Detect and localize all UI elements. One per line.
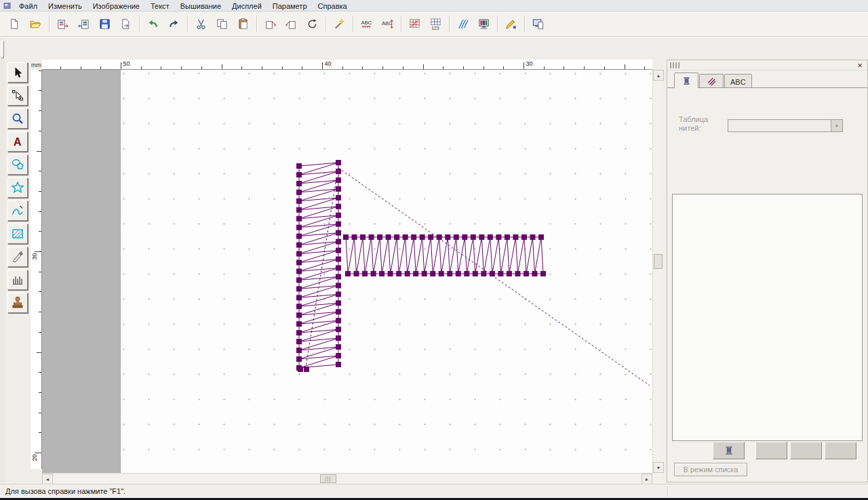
status-text: Для вызова справки нажмите "F1".	[5, 487, 125, 495]
letter-spacing-button[interactable]: ABC	[356, 14, 377, 33]
stitch-edit-button[interactable]	[500, 14, 521, 33]
toolbar-grip[interactable]	[1, 41, 4, 58]
display-colors-button[interactable]	[473, 14, 494, 33]
grid-button[interactable]	[404, 14, 425, 33]
toolbar-separator	[49, 16, 50, 32]
vertical-scroll-thumb[interactable]	[654, 254, 663, 269]
horizontal-ruler: 504030	[42, 60, 652, 70]
embroidery-design[interactable]	[42, 70, 652, 473]
toolbar-separator	[401, 16, 401, 32]
export-card-button[interactable]	[73, 14, 94, 33]
card-read-icon	[56, 18, 69, 30]
application-window: ФайлИзменитьИзображениеТекстВышиваниеДис…	[0, 0, 868, 500]
zoom-icon	[11, 112, 24, 125]
new-icon	[8, 18, 21, 30]
star-icon	[11, 181, 24, 194]
scroll-left-button[interactable]: ◄	[42, 474, 53, 484]
spool-icon	[682, 76, 692, 86]
undo-button[interactable]	[142, 14, 163, 33]
panel-button-3[interactable]	[790, 442, 822, 459]
menu-item-file[interactable]: Файл	[14, 1, 43, 11]
menu-item-parameter[interactable]: Параметр	[267, 1, 313, 11]
select-tool[interactable]	[7, 62, 28, 83]
panel-grip-icon[interactable]	[670, 62, 679, 68]
knife-icon	[11, 250, 24, 264]
menu-items: ФайлИзменитьИзображениеТекстВышиваниеДис…	[14, 1, 353, 11]
text-tool[interactable]: A	[7, 131, 28, 152]
panel-button-2[interactable]	[755, 442, 787, 459]
tab-threads[interactable]	[674, 72, 698, 88]
import-card-button[interactable]	[52, 14, 73, 33]
paste-button[interactable]	[233, 14, 254, 33]
redo-button[interactable]	[163, 14, 184, 33]
copy-button[interactable]	[212, 14, 233, 33]
list-mode-button[interactable]: В режим списка	[674, 463, 747, 476]
grid-numbers-button[interactable]: 123	[425, 14, 446, 33]
toolbar-separator	[139, 16, 140, 32]
vertical-scrollbar[interactable]: ▲ ▼	[652, 70, 663, 473]
svg-text:50: 50	[123, 60, 130, 67]
tab-text[interactable]: ABC	[724, 74, 752, 87]
new-button[interactable]	[4, 14, 25, 33]
thread-table-value	[728, 120, 831, 131]
rotate-page-ccw-icon	[264, 18, 277, 30]
scroll-right-button[interactable]: ►	[642, 474, 652, 484]
density-tool[interactable]	[7, 270, 28, 290]
letter-height-button[interactable]: ABC	[377, 14, 398, 33]
menu-item-text[interactable]: Текст	[145, 1, 175, 11]
thread-view-button[interactable]	[713, 442, 745, 459]
ruler-unit-label: mm	[31, 60, 42, 70]
svg-text:ABC: ABC	[361, 19, 372, 25]
stitch-view-button[interactable]	[452, 14, 473, 33]
star-tool[interactable]	[7, 178, 28, 198]
tab-stitches[interactable]	[699, 74, 724, 87]
tool-palette: A	[5, 62, 30, 316]
panel-titlebar[interactable]: ×	[667, 60, 867, 70]
export-file-button[interactable]	[115, 14, 136, 33]
scroll-up-button[interactable]: ▲	[653, 70, 664, 81]
preview-button[interactable]	[528, 14, 549, 33]
save-button[interactable]	[94, 14, 115, 33]
thread-table-select[interactable]: ▼	[728, 119, 843, 132]
svg-text:30: 30	[526, 60, 533, 67]
close-icon[interactable]: ×	[855, 61, 865, 70]
redo-icon	[167, 18, 180, 30]
menu-item-image[interactable]: Изображение	[87, 1, 145, 11]
chevron-down-icon[interactable]: ▼	[831, 120, 842, 131]
curve-tool[interactable]	[7, 201, 28, 221]
toolbar-separator	[326, 16, 326, 32]
rotate-page-cw-icon	[285, 18, 298, 30]
magic-wand-button[interactable]	[329, 14, 350, 33]
spool-icon	[724, 445, 734, 456]
menu-item-edit[interactable]: Изменить	[43, 1, 87, 11]
shapes-icon	[11, 158, 24, 171]
menu-item-help[interactable]: Справка	[313, 1, 353, 11]
node-edit-tool[interactable]	[7, 85, 28, 106]
menu-item-embroidery[interactable]: Вышивание	[175, 1, 226, 11]
open-button[interactable]	[25, 14, 46, 33]
grid-red-icon	[408, 18, 421, 30]
main-toolbar: ABCABC123	[0, 12, 868, 37]
shape-tool[interactable]	[7, 154, 28, 175]
rotate-left-button[interactable]	[260, 14, 281, 33]
menu-item-display[interactable]: Дисплей	[226, 1, 267, 11]
toolbar-separator	[256, 16, 257, 32]
fill-tool[interactable]	[7, 224, 28, 244]
cut-button[interactable]	[191, 14, 212, 33]
stamp-tool[interactable]	[7, 293, 28, 313]
thread-list[interactable]	[672, 194, 863, 441]
knife-tool[interactable]	[7, 247, 28, 267]
panel-button-4[interactable]	[825, 442, 856, 459]
stitch-lines-icon	[456, 18, 469, 30]
zoom-tool[interactable]	[7, 108, 28, 129]
rotate-button[interactable]	[302, 14, 323, 33]
horizontal-scrollbar[interactable]: ◄ ►	[42, 473, 652, 484]
svg-text:30: 30	[31, 253, 38, 259]
canvas-viewport[interactable]	[42, 70, 652, 473]
horizontal-scroll-thumb[interactable]	[320, 474, 336, 483]
wand-icon	[333, 18, 346, 30]
rotate-right-button[interactable]	[281, 14, 302, 33]
svg-text:40: 40	[325, 60, 332, 67]
status-divider	[667, 486, 669, 497]
scroll-down-button[interactable]: ▼	[653, 462, 664, 473]
